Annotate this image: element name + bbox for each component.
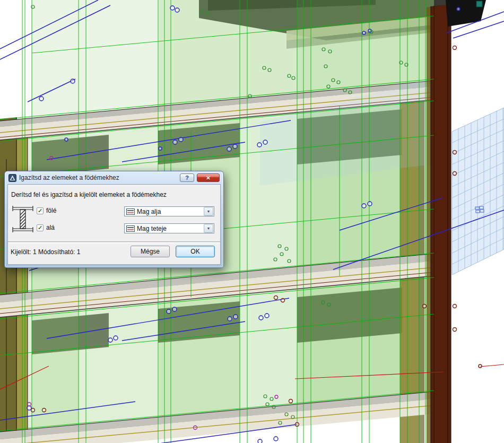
below-row: ✓ alá — [37, 224, 55, 231]
chevron-down-icon: ▼ — [207, 227, 211, 230]
cancel-button[interactable]: Mégse — [131, 246, 170, 257]
help-icon: ? — [185, 175, 189, 181]
align-elements-dialog: Igazítsd az elemeket a födémekhez ? ✕ De… — [4, 171, 224, 268]
dropdown-above-value: Mag alja — [137, 208, 204, 215]
close-icon: ✕ — [206, 175, 210, 181]
help-button[interactable]: ? — [180, 173, 194, 182]
app-icon — [8, 174, 16, 182]
above-row: ✓ fölé — [37, 207, 56, 214]
check-icon: ✓ — [38, 208, 42, 213]
selection-status: Kijelölt: 1 Módosítható: 1 — [11, 248, 80, 256]
dialog-content: Derítsd fel és igazítsd a kijelölt eleme… — [7, 184, 221, 265]
checkbox-above-label: fölé — [46, 207, 56, 214]
application-window: Igazítsd az elemeket a födémekhez ? ✕ De… — [0, 0, 504, 443]
dropdown-above-arrow[interactable]: ▼ — [204, 207, 213, 216]
dialog-title: Igazítsd az elemeket a födémekhez — [19, 174, 177, 181]
dialog-titlebar[interactable]: Igazítsd az elemeket a födémekhez ? ✕ — [7, 171, 221, 184]
beam-section-icon — [11, 204, 34, 234]
dropdown-below-arrow[interactable]: ▼ — [204, 224, 213, 233]
check-icon: ✓ — [38, 225, 42, 230]
checkbox-below[interactable]: ✓ — [37, 224, 44, 231]
dialog-description: Derítsd fel és igazítsd a kijelölt eleme… — [11, 191, 167, 198]
close-button[interactable]: ✕ — [197, 173, 220, 182]
separator — [8, 241, 220, 244]
level-icon — [126, 225, 135, 232]
chevron-down-icon: ▼ — [207, 210, 211, 213]
corner-node-marker — [476, 1, 482, 7]
grid-plane — [452, 108, 504, 275]
dropdown-below-level[interactable]: Mag teteje ▼ — [124, 223, 214, 233]
checkbox-above[interactable]: ✓ — [37, 207, 44, 214]
ok-button[interactable]: OK — [176, 246, 215, 257]
checkbox-below-label: alá — [46, 224, 55, 231]
dropdown-above-level[interactable]: Mag alja ▼ — [124, 206, 214, 216]
level-icon — [126, 209, 135, 215]
dropdown-below-value: Mag teteje — [137, 225, 204, 232]
